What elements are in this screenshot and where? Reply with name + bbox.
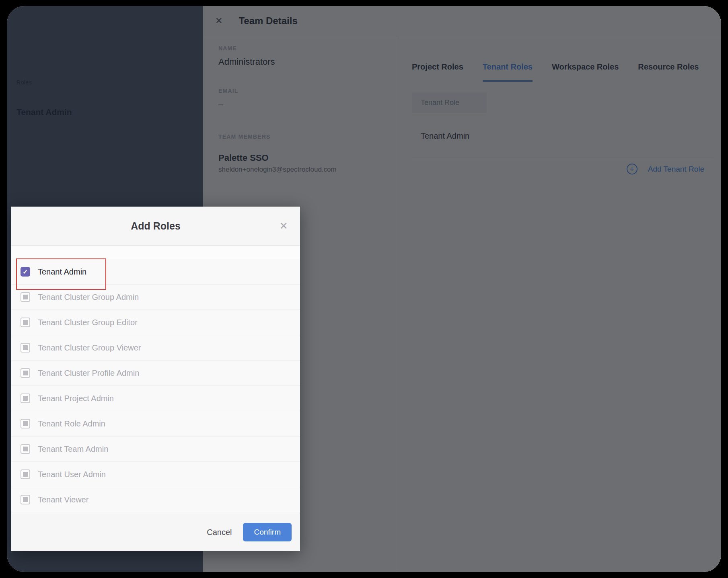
app-window: Roles Tenant Admin ✕ Team Details NAME A… <box>7 6 721 572</box>
role-option-tenant-cluster-group-editor[interactable]: Tenant Cluster Group Editor <box>11 310 300 335</box>
role-option-tenant-cluster-profile-admin[interactable]: Tenant Cluster Profile Admin <box>11 361 300 386</box>
checkbox-fill <box>23 472 28 477</box>
roles-list: ✓ Tenant Admin Tenant Cluster Group Admi… <box>11 246 300 513</box>
role-option-tenant-project-admin[interactable]: Tenant Project Admin <box>11 386 300 411</box>
checkbox-disabled-icon[interactable] <box>21 444 30 454</box>
role-option-tenant-user-admin[interactable]: Tenant User Admin <box>11 462 300 487</box>
checkbox-fill <box>23 396 28 401</box>
checkbox-fill <box>23 295 28 299</box>
checkbox-fill <box>23 421 28 426</box>
checkbox-fill <box>23 371 28 375</box>
modal-title: Add Roles <box>131 220 181 232</box>
check-icon: ✓ <box>23 268 28 276</box>
role-option-label: Tenant Cluster Group Viewer <box>38 343 141 353</box>
checkbox-fill <box>23 320 28 325</box>
role-option-label: Tenant Role Admin <box>38 419 105 428</box>
add-roles-modal: Add Roles ✕ ✓ Tenant Admin Tenant Cluste… <box>11 207 300 551</box>
checkbox-fill <box>23 497 28 502</box>
checkbox-disabled-icon[interactable] <box>21 368 30 378</box>
checkbox-disabled-icon[interactable] <box>21 394 30 403</box>
role-option-tenant-cluster-group-admin[interactable]: Tenant Cluster Group Admin <box>11 285 300 310</box>
confirm-button[interactable]: Confirm <box>243 523 292 541</box>
checkbox-fill <box>23 345 28 350</box>
checkbox-disabled-icon[interactable] <box>21 292 30 302</box>
role-option-tenant-role-admin[interactable]: Tenant Role Admin <box>11 411 300 437</box>
role-option-label: Tenant Admin <box>38 267 86 277</box>
role-option-label: Tenant Team Admin <box>38 445 108 454</box>
role-option-label: Tenant Cluster Group Editor <box>38 318 138 327</box>
role-option-tenant-team-admin[interactable]: Tenant Team Admin <box>11 437 300 462</box>
add-roles-header: Add Roles ✕ <box>11 207 300 246</box>
cancel-button[interactable]: Cancel <box>207 528 232 537</box>
checkbox-disabled-icon[interactable] <box>21 318 30 327</box>
role-option-label: Tenant Viewer <box>38 495 88 504</box>
role-option-label: Tenant User Admin <box>38 470 106 479</box>
checkbox-checked-icon[interactable]: ✓ <box>21 267 30 277</box>
role-option-tenant-viewer[interactable]: Tenant Viewer <box>11 487 300 512</box>
close-icon[interactable]: ✕ <box>279 221 288 231</box>
role-option-label: Tenant Cluster Group Admin <box>38 293 139 302</box>
role-option-tenant-admin[interactable]: ✓ Tenant Admin <box>11 259 300 285</box>
role-option-label: Tenant Project Admin <box>38 394 114 403</box>
checkbox-fill <box>23 447 28 451</box>
checkbox-disabled-icon[interactable] <box>21 469 30 479</box>
checkbox-disabled-icon[interactable] <box>21 343 30 353</box>
checkbox-disabled-icon[interactable] <box>21 419 30 428</box>
modal-footer: Cancel Confirm <box>11 513 300 551</box>
checkbox-disabled-icon[interactable] <box>21 495 30 504</box>
role-option-tenant-cluster-group-viewer[interactable]: Tenant Cluster Group Viewer <box>11 335 300 361</box>
role-option-label: Tenant Cluster Profile Admin <box>38 369 139 378</box>
